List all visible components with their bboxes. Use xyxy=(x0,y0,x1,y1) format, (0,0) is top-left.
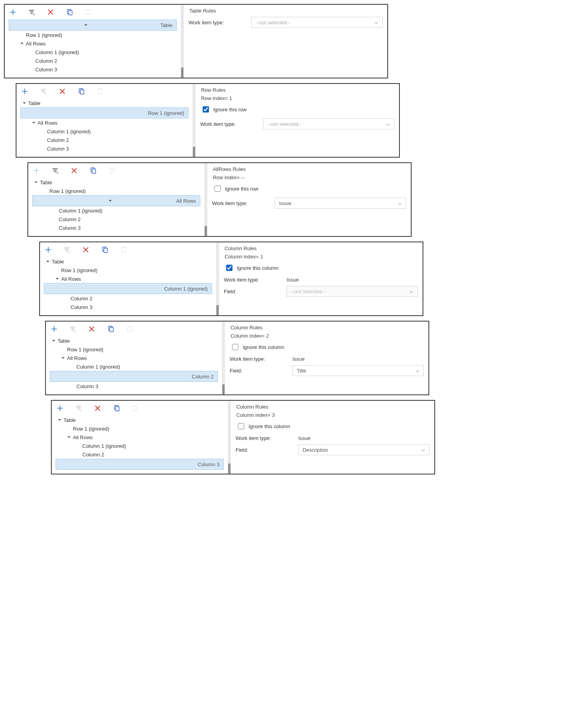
tree-node-col2[interactable]: Column 2 xyxy=(9,56,177,65)
pane-splitter[interactable] xyxy=(192,84,196,157)
ignore-checkbox-row[interactable]: Ignore this column xyxy=(225,263,418,272)
tree-label: Column 2 xyxy=(192,374,214,380)
expand-caret-icon[interactable] xyxy=(61,356,65,360)
tree-node-col3[interactable]: Column 3 xyxy=(50,382,218,391)
tree-node-row1[interactable]: Row 1 (ignored) xyxy=(56,424,224,433)
tree-node-allrows[interactable]: All Rows xyxy=(50,354,218,362)
work-item-type-select[interactable]: --not selected-- xyxy=(263,118,394,129)
tree-node-col3[interactable]: Column 3 xyxy=(56,459,224,470)
delete-button[interactable] xyxy=(88,325,95,333)
tree-node-table[interactable]: Table xyxy=(56,416,224,424)
tree-node-allrows[interactable]: All Rows xyxy=(9,39,177,48)
ignore-checkbox-row[interactable]: Ignore this row xyxy=(201,105,394,114)
expand-caret-icon[interactable] xyxy=(22,101,27,105)
tree-label: Row 1 (ignored) xyxy=(61,267,98,273)
filter-button[interactable] xyxy=(28,9,35,16)
add-button[interactable] xyxy=(9,9,16,16)
tree-node-col2[interactable]: Column 2 xyxy=(44,294,212,303)
delete-button[interactable] xyxy=(82,246,89,253)
expand-caret-icon[interactable] xyxy=(67,435,71,440)
tree-node-allrows[interactable]: All Rows xyxy=(44,274,212,283)
tree-node-table[interactable]: Table xyxy=(9,20,177,31)
copy-button[interactable] xyxy=(101,246,108,253)
tree-node-row1[interactable]: Row 1 (ignored) xyxy=(9,31,177,39)
expand-caret-icon[interactable] xyxy=(31,120,36,125)
delete-button[interactable] xyxy=(59,88,66,95)
tree-node-col2[interactable]: Column 2 xyxy=(20,136,189,144)
work-item-type-select[interactable]: Issue xyxy=(275,198,406,209)
ignore-checkbox[interactable] xyxy=(226,265,232,271)
ignore-checkbox-row[interactable]: Ignore this column xyxy=(230,343,424,351)
tree-node-row1[interactable]: Row 1 (ignored) xyxy=(32,187,200,195)
add-button[interactable] xyxy=(51,325,58,333)
tree-node-row1[interactable]: Row 1 (ignored) xyxy=(20,107,189,118)
tree-node-allrows[interactable]: All Rows xyxy=(20,118,189,127)
work-item-type-select[interactable]: --not selected-- xyxy=(251,17,383,28)
copy-button[interactable] xyxy=(107,325,114,333)
expand-caret-icon[interactable] xyxy=(45,259,50,264)
filter-button[interactable] xyxy=(52,167,59,174)
pane-splitter[interactable] xyxy=(228,401,231,474)
delete-button[interactable] xyxy=(47,9,54,16)
tree-node-col3[interactable]: Column 3 xyxy=(9,65,177,74)
expand-caret-icon[interactable] xyxy=(20,41,24,46)
tree-label: Table xyxy=(160,22,172,28)
tree-label: Column 3 xyxy=(71,304,93,310)
tree-node-col1[interactable]: Column 1 (ignored) xyxy=(44,283,212,294)
ignore-checkbox[interactable] xyxy=(238,423,244,429)
add-button[interactable] xyxy=(21,88,28,95)
tree-node-col1[interactable]: Column 1 (ignored) xyxy=(56,442,224,450)
field-select-value: Title xyxy=(297,368,306,374)
expand-caret-icon[interactable] xyxy=(51,338,56,343)
tree-node-allrows[interactable]: All Rows xyxy=(56,433,224,442)
tree-node-col3[interactable]: Column 3 xyxy=(32,223,200,232)
pane-splitter[interactable] xyxy=(216,242,219,315)
add-button[interactable] xyxy=(45,246,52,253)
tree-node-col1[interactable]: Column 1 (ignored) xyxy=(32,206,200,215)
tree-node-col3[interactable]: Column 3 xyxy=(44,303,212,311)
tree-node-col2[interactable]: Column 2 xyxy=(56,450,224,459)
tree-node-allrows[interactable]: All Rows xyxy=(32,195,200,206)
add-button[interactable] xyxy=(56,405,64,412)
tree-node-col1[interactable]: Column 1 (ignored) xyxy=(20,127,189,136)
tree-node-col1[interactable]: Column 1 (ignored) xyxy=(50,362,218,371)
pane-splitter[interactable] xyxy=(204,163,207,236)
field-select[interactable]: Title xyxy=(292,365,424,376)
ignore-checkbox[interactable] xyxy=(214,185,221,192)
expand-caret-icon[interactable] xyxy=(57,418,62,422)
tree-node-table[interactable]: Table xyxy=(20,99,189,107)
work-item-type-select-value: Issue xyxy=(279,200,291,206)
copy-button[interactable] xyxy=(113,405,120,412)
tree-node-col2[interactable]: Column 2 xyxy=(32,215,200,223)
expand-caret-icon[interactable] xyxy=(83,23,88,27)
expand-caret-icon[interactable] xyxy=(34,180,38,185)
left-pane: Table Row 1 (ignored) All Rows Column 1 … xyxy=(5,5,181,78)
tree-node-row1[interactable]: Row 1 (ignored) xyxy=(50,345,218,354)
work-item-type-row: Work item type: --not selected-- xyxy=(200,118,394,129)
pane-splitter[interactable] xyxy=(181,5,184,78)
tree-node-col1[interactable]: Column 1 (ignored) xyxy=(9,48,177,56)
tree-node-table[interactable]: Table xyxy=(44,257,212,266)
field-select[interactable]: Description xyxy=(298,444,430,455)
delete-button[interactable] xyxy=(94,405,101,412)
pane-splitter[interactable] xyxy=(222,322,225,394)
field-row: Field: --not selected-- xyxy=(224,286,418,297)
tree-node-col2[interactable]: Column 2 xyxy=(50,371,218,382)
tree-node-table[interactable]: Table xyxy=(50,336,218,345)
ignore-checkbox-row[interactable]: Ignore this row xyxy=(213,184,406,193)
tree-node-col3[interactable]: Column 3 xyxy=(20,144,189,153)
ignore-checkbox[interactable] xyxy=(203,106,209,113)
tree-label: Row 1 (ignored) xyxy=(26,32,62,38)
ignore-checkbox-row[interactable]: Ignore this column xyxy=(236,422,430,431)
tree-node-row1[interactable]: Row 1 (ignored) xyxy=(44,266,212,274)
copy-button[interactable] xyxy=(66,9,73,16)
expand-caret-icon[interactable] xyxy=(108,198,113,203)
expand-caret-icon[interactable] xyxy=(55,276,60,281)
tree-label: Row 1 (ignored) xyxy=(73,426,109,432)
tree-node-table[interactable]: Table xyxy=(32,178,200,187)
rules-panel-p0: Table Row 1 (ignored) All Rows Column 1 … xyxy=(4,4,388,78)
copy-button[interactable] xyxy=(78,88,85,95)
ignore-checkbox[interactable] xyxy=(232,344,238,350)
copy-button[interactable] xyxy=(89,167,96,174)
delete-button[interactable] xyxy=(71,167,78,174)
